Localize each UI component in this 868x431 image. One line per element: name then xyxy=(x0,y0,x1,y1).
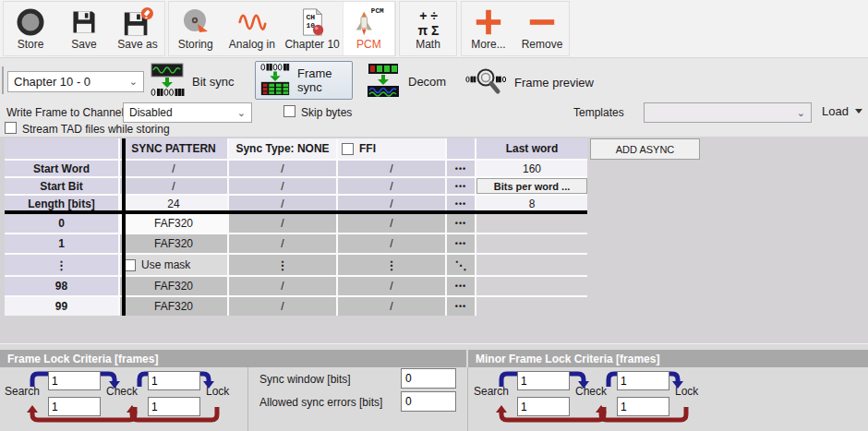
minor-check-to-lock-input[interactable] xyxy=(617,371,669,390)
lock-label: Lock xyxy=(675,385,698,398)
more-options-button[interactable]: ••• xyxy=(447,178,475,194)
save-button[interactable]: Save xyxy=(57,2,111,55)
cell-98-sync-pattern[interactable]: FAF320 xyxy=(120,277,227,295)
analog-sine-icon xyxy=(235,6,269,38)
bit-sync-button[interactable]: Bit sync xyxy=(150,63,235,101)
channel-select[interactable]: Chapter 10 - 0 ⌄ xyxy=(7,71,144,92)
decom-button[interactable]: Decom xyxy=(366,63,446,101)
col-header-sync-type[interactable]: Sync Type: NONE xyxy=(229,138,336,159)
pcm-tab-button[interactable]: PCM PCM xyxy=(343,2,395,55)
write-frame-select[interactable]: Disabled ⌄ xyxy=(123,102,252,123)
frame-check-to-search-input[interactable] xyxy=(48,397,101,416)
chevron-down-icon: ⌄ xyxy=(237,107,246,119)
math-operators-icon: + ÷π Σ xyxy=(413,6,444,38)
analog-in-button[interactable]: Analog in xyxy=(222,2,282,55)
cell-0-sync-pattern[interactable]: FAF320 xyxy=(120,214,227,233)
add-async-button[interactable]: ADD ASYNC xyxy=(590,138,700,160)
minor-frame-lock-criteria-header: Minor Frame Lock Criteria [frames] xyxy=(468,350,868,367)
cell-start-word-sync-type[interactable]: / xyxy=(229,161,336,176)
decom-icon xyxy=(366,63,401,101)
frame-table: SYNC PATTERN Sync Type: NONE FFI Last wo… xyxy=(5,138,587,316)
chapter10-button[interactable]: CH10 Chapter 10 xyxy=(282,2,342,55)
allowed-sync-errors-input[interactable] xyxy=(401,391,456,412)
templates-select[interactable]: ⌄ xyxy=(644,102,812,123)
minor-search-to-check-input[interactable] xyxy=(517,371,570,390)
cell-start-bit-ffi[interactable]: / xyxy=(338,178,445,194)
frame-sync-button[interactable]: Frame sync xyxy=(255,61,353,100)
cell-start-bit-sync-pattern[interactable]: / xyxy=(120,178,227,194)
toolbar-grip[interactable] xyxy=(2,66,4,94)
stream-tad-checkbox[interactable] xyxy=(5,122,17,134)
cell-98-sync-type[interactable]: / xyxy=(229,277,336,295)
frame-check-to-lock-input[interactable] xyxy=(148,371,200,390)
frame-sync-icon xyxy=(259,62,292,100)
toolbar-group-file: Store Save Save as xyxy=(3,1,165,56)
search-label: Search xyxy=(474,385,509,398)
save-as-button[interactable]: Save as xyxy=(111,2,164,55)
more-options-button[interactable]: ••• xyxy=(447,234,475,253)
load-button[interactable]: Load xyxy=(818,102,866,120)
col-header-more xyxy=(447,138,475,159)
cell-start-word-sync-pattern[interactable]: / xyxy=(120,161,227,176)
chevron-down-icon: ⌄ xyxy=(129,76,138,88)
store-button[interactable]: Store xyxy=(4,2,57,55)
cell-99-sync-pattern[interactable]: FAF320 xyxy=(120,297,227,316)
col-header-ffi: FFI xyxy=(338,138,445,159)
cell-start-bit-sync-type[interactable]: / xyxy=(229,178,336,194)
sync-toolbar: Chapter 10 - 0 ⌄ Bit sync xyxy=(0,59,868,102)
cell-1-sync-type[interactable]: / xyxy=(229,234,336,253)
cell-start-word-last-word[interactable]: 160 xyxy=(476,161,587,176)
store-record-icon xyxy=(15,6,46,38)
allowed-sync-errors-label: Allowed sync errors [bits] xyxy=(259,396,382,409)
remove-button[interactable]: Remove xyxy=(515,2,569,55)
use-mask-cell: Use mask xyxy=(120,255,227,275)
skip-bytes-checkbox[interactable] xyxy=(283,105,295,117)
cell-collapsed-ffi: ⋮ xyxy=(338,255,445,275)
more-options-button[interactable]: ••• xyxy=(447,297,475,316)
minor-check-to-search-input[interactable] xyxy=(517,397,570,416)
frame-lock-criteria-header: Frame Lock Criteria [frames] xyxy=(0,350,466,367)
pcm-shuttle-icon: PCM xyxy=(350,5,387,38)
row-header-start-word: Start Word xyxy=(5,161,118,176)
ffi-checkbox[interactable] xyxy=(342,143,354,155)
minus-icon xyxy=(526,6,558,38)
frame-lock-to-check-input[interactable] xyxy=(148,397,200,416)
save-as-floppy-icon xyxy=(121,6,154,38)
cell-99-ffi[interactable]: / xyxy=(338,297,445,316)
row-header-98: 98 xyxy=(5,277,118,295)
lock-flow-arrows xyxy=(471,368,715,427)
more-options-button[interactable]: ••• xyxy=(447,161,475,176)
table-frozen-column-divider xyxy=(122,138,126,316)
toolbar-group-channels: Storing Analog in CH10 Chapter 10 PCM PC… xyxy=(168,1,396,56)
math-button[interactable]: + ÷π Σ Math xyxy=(400,2,456,55)
row-header-start-bit: Start Bit xyxy=(5,178,118,194)
frame-lock-diagram: Search Check Lock xyxy=(2,368,246,427)
cell-0-ffi[interactable]: / xyxy=(338,214,445,233)
stream-tad-label: Stream TAD files while storing xyxy=(22,123,170,136)
more-options-button[interactable]: ••• xyxy=(447,214,475,233)
bit-sync-icon xyxy=(150,63,185,101)
cell-start-word-ffi[interactable]: / xyxy=(338,161,445,176)
sync-window-input[interactable] xyxy=(401,368,456,389)
frame-search-to-check-input[interactable] xyxy=(48,371,101,390)
lock-criteria-panel: Frame Lock Criteria [frames] Minor Frame… xyxy=(0,343,868,431)
more-options-button[interactable]: ••• xyxy=(447,277,475,295)
bits-per-word-button[interactable]: Bits per word ... xyxy=(476,178,587,194)
cell-collapsed-more: ⋱ xyxy=(447,255,475,275)
cell-0-sync-type[interactable]: / xyxy=(229,214,336,233)
chapter10-doc-icon: CH10 xyxy=(297,6,327,38)
frame-preview-button[interactable]: Frame preview xyxy=(464,67,594,98)
cell-1-ffi[interactable]: / xyxy=(338,234,445,253)
lock-flow-arrows xyxy=(2,368,246,427)
minor-frame-lock-diagram: Search Check Lock xyxy=(471,368,715,427)
storing-button[interactable]: Storing xyxy=(169,2,222,55)
svg-text:PCM: PCM xyxy=(371,7,384,15)
row-header-99: 99 xyxy=(5,297,118,316)
cell-99-sync-type[interactable]: / xyxy=(229,297,336,316)
cell-98-ffi[interactable]: / xyxy=(338,277,445,295)
minor-lock-to-check-input[interactable] xyxy=(617,397,669,416)
frame-table-area: SYNC PATTERN Sync Type: NONE FFI Last wo… xyxy=(0,137,868,346)
panel-divider xyxy=(467,367,468,431)
cell-1-sync-pattern[interactable]: FAF320 xyxy=(120,234,227,253)
more-button[interactable]: More... xyxy=(462,2,515,55)
